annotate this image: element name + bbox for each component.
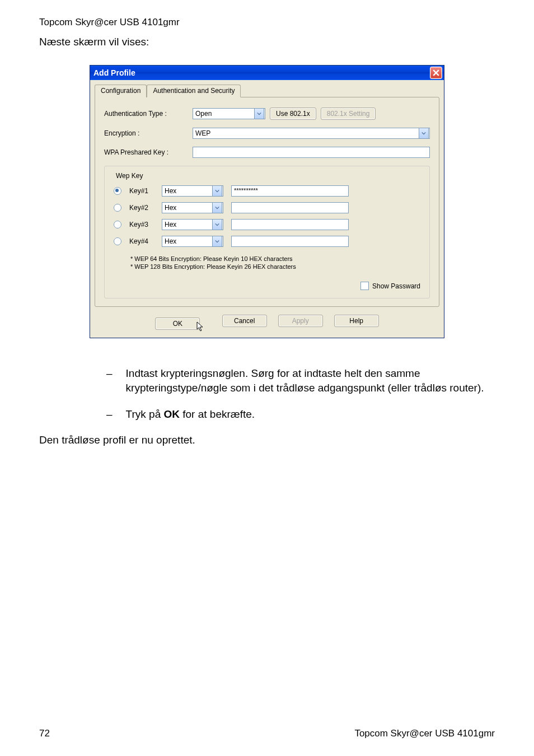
radio-key1[interactable] — [114, 187, 121, 195]
key4-input[interactable] — [231, 236, 349, 247]
radio-key4[interactable] — [114, 237, 121, 245]
key-label: Key#4 — [129, 237, 154, 245]
footer-product: Topcom Skyr@cer USB 4101gmr — [354, 728, 495, 739]
show-password-label: Show Passward — [372, 282, 420, 290]
intro-text: Næste skærm vil vises: — [39, 36, 495, 48]
cancel-button[interactable]: Cancel — [222, 315, 267, 327]
chevron-down-icon[interactable] — [212, 236, 222, 247]
key-label: Key#3 — [129, 221, 154, 228]
key2-format-select[interactable]: Hex — [162, 202, 223, 213]
key1-format-select[interactable]: Hex — [162, 185, 223, 197]
key2-format: Hex — [165, 204, 176, 212]
chevron-down-icon[interactable] — [254, 108, 264, 119]
page-number: 72 — [39, 728, 50, 739]
key2-input[interactable] — [231, 202, 349, 213]
key4-format: Hex — [165, 237, 176, 245]
chevron-down-icon[interactable] — [212, 219, 222, 230]
tab-auth-security[interactable]: Authentication and Security — [147, 85, 241, 97]
encryption-label: Encryption : — [104, 129, 188, 137]
key3-format: Hex — [165, 221, 176, 228]
wep-key-row: Key#1 Hex ********** — [114, 185, 420, 197]
bullet-2: – Tryk på OK for at bekræfte. — [106, 407, 498, 422]
use-8021x-button[interactable]: Use 802.1x — [270, 108, 316, 120]
product-header: Topcom Skyr@cer USB 4101gmr — [39, 17, 495, 28]
dialog-title: Add Profile — [93, 68, 135, 77]
psk-label: WPA Preshared Key : — [104, 148, 188, 156]
tab-configuration[interactable]: Configuration — [95, 85, 147, 97]
bullet-1: – Indtast krypteringsnøglen. Sørg for at… — [106, 366, 498, 395]
key-label: Key#2 — [129, 204, 154, 212]
key3-format-select[interactable]: Hex — [162, 219, 223, 230]
chevron-down-icon[interactable] — [212, 202, 222, 213]
chevron-down-icon[interactable] — [212, 185, 222, 197]
closing-text: Den trådløse profil er nu oprettet. — [39, 434, 495, 446]
cursor-icon — [196, 321, 205, 334]
close-icon[interactable] — [430, 67, 442, 79]
wep-key-row: Key#2 Hex — [114, 202, 420, 213]
add-profile-dialog: Add Profile Configuration Authentication… — [90, 65, 444, 338]
encryption-select[interactable]: WEP — [193, 128, 430, 139]
show-password-checkbox[interactable] — [360, 282, 369, 290]
key3-input[interactable] — [231, 219, 349, 230]
key4-format-select[interactable]: Hex — [162, 236, 223, 247]
ok-button[interactable]: OK — [155, 318, 200, 330]
chevron-down-icon[interactable] — [419, 128, 429, 139]
key-label: Key#1 — [129, 187, 154, 195]
apply-button: Apply — [278, 315, 323, 327]
wep-legend: Wep Key — [114, 172, 145, 180]
radio-key2[interactable] — [114, 204, 121, 212]
wep-key-group: Wep Key Key#1 Hex ********** — [104, 166, 430, 298]
psk-input[interactable] — [193, 147, 430, 158]
auth-type-label: Authentication Type : — [104, 110, 188, 118]
key1-input[interactable]: ********** — [231, 185, 349, 197]
help-button[interactable]: Help — [334, 315, 379, 327]
key1-format: Hex — [165, 187, 176, 195]
8021x-setting-button: 802.1x Setting — [321, 108, 376, 120]
wep-key-row: Key#3 Hex — [114, 219, 420, 230]
auth-type-value: Open — [195, 110, 212, 118]
encryption-value: WEP — [195, 129, 210, 137]
titlebar: Add Profile — [90, 66, 444, 80]
wep-hint: * WEP 64 Bits Encryption: Please Keyin 1… — [130, 255, 420, 270]
radio-key3[interactable] — [114, 221, 121, 228]
auth-type-select[interactable]: Open — [193, 108, 265, 119]
wep-key-row: Key#4 Hex — [114, 236, 420, 247]
